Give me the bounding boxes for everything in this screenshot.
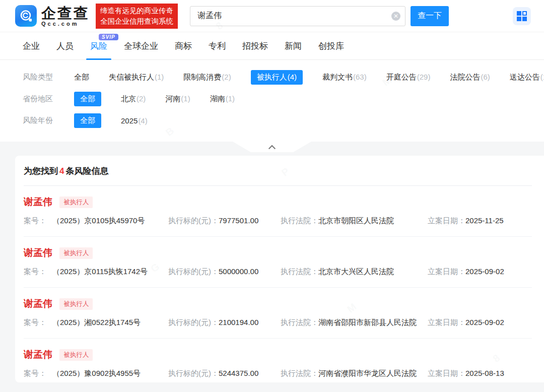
date-value: 2025-11-25 (465, 216, 504, 225)
filter-option-all[interactable]: 全部 (74, 73, 89, 82)
date-label: 立案日期： (428, 216, 465, 225)
results-count: 4 (58, 166, 65, 176)
filter-option-hunan[interactable]: 湖南(1) (210, 94, 235, 104)
tab-risk[interactable]: 风险 SVIP (90, 32, 107, 60)
tab-patent[interactable]: 专利 (209, 32, 226, 60)
amount-label: 执行标的(元)： (168, 216, 219, 225)
filter-option-shixin[interactable]: 失信被执行人(1) (109, 73, 164, 82)
court-value: 湖南省邵阳市新邵县人民法院 (318, 318, 417, 326)
status-badge: 被执行人 (59, 298, 93, 310)
court-value: 北京市朝阳区人民法院 (318, 216, 394, 225)
result-row: 谢孟伟 被执行人 案号：（2025）京0115执恢1742号 执行标的(元)：5… (24, 237, 532, 288)
filter-option-beijing[interactable]: 北京(2) (121, 94, 146, 104)
amount-label: 执行标的(元)： (168, 369, 219, 377)
court-value: 北京市大兴区人民法院 (318, 267, 394, 276)
slogan-line-1: 缔造有远见的商业传奇 (100, 6, 173, 16)
court-label: 执行法院： (281, 369, 318, 377)
qcc-logo-icon (15, 5, 37, 27)
tab-risk-label: 风险 (90, 40, 107, 52)
tab-people[interactable]: 人员 (56, 32, 74, 60)
result-fields: 案号：（2025）京0105执45970号 执行标的(元)：7977501.00… (24, 216, 532, 226)
tab-company[interactable]: 企业 (23, 32, 40, 60)
status-badge: 被执行人 (59, 247, 93, 259)
court-label: 执行法院： (281, 216, 318, 225)
date-value: 2025-09-02 (465, 267, 504, 276)
result-fields: 案号：（2025）豫0902执4955号 执行标的(元)：5244375.00 … (24, 369, 532, 378)
result-row: 谢孟伟 被执行人 案号：（2025）京0105执45970号 执行标的(元)：7… (24, 186, 532, 237)
person-name-link[interactable]: 谢孟伟 (24, 298, 52, 309)
header: 企查查 Qcc.com 缔造有远见的商业传奇 全国企业信用查询系统 ✕ 查一下 (0, 0, 544, 32)
person-name-link[interactable]: 谢孟伟 (24, 247, 52, 258)
filter-row-province: 省份地区 全部 北京(2) 河南(1) 湖南(1) (23, 88, 544, 110)
case-no-value: （2025）湘0522执1745号 (52, 318, 141, 326)
filter-options: 全部 失信被执行人(1) 限制高消费(2) 被执行人(4) 裁判文书(63) 开… (74, 70, 544, 85)
tab-global-company[interactable]: 全球企业 (124, 32, 158, 60)
filter-options: 全部 2025(4) (74, 113, 148, 128)
filter-label-risk-type: 风险类型 (23, 73, 58, 82)
tab-bidding[interactable]: 招投标 (242, 32, 268, 60)
case-no-label: 案号： (24, 318, 46, 326)
tab-news[interactable]: 新闻 (285, 32, 302, 60)
search-button[interactable]: 查一下 (411, 6, 449, 26)
result-fields: 案号：（2025）湘0522执1745号 执行标的(元)：2100194.00 … (24, 318, 532, 328)
slogan-line-2: 全国企业信用查询系统 (100, 16, 173, 27)
case-no-label: 案号： (24, 369, 46, 377)
status-badge: 被执行人 (59, 349, 93, 361)
filter-option-zhixing-active[interactable]: 被执行人(4) (251, 70, 303, 85)
result-title: 谢孟伟 被执行人 (24, 297, 532, 310)
filter-option-kaiting[interactable]: 开庭公告(29) (386, 73, 431, 82)
date-label: 立案日期： (428, 267, 465, 276)
brand-domain: Qcc.com (41, 21, 90, 27)
tab-trademark[interactable]: 商标 (175, 32, 192, 60)
result-title: 谢孟伟 被执行人 (24, 348, 532, 361)
case-no-value: （2025）豫0902执4955号 (52, 369, 141, 377)
filter-label-province: 省份地区 (23, 94, 58, 104)
date-value: 2025-09-02 (465, 318, 504, 326)
person-name-link[interactable]: 谢孟伟 (24, 349, 52, 360)
filter-label-year: 风险年份 (23, 116, 58, 125)
amount-value: 2100194.00 (219, 318, 258, 326)
filter-option-caipan[interactable]: 裁判文书(63) (322, 73, 367, 82)
person-name-link[interactable]: 谢孟伟 (24, 197, 52, 207)
brand-text: 企查查 Qcc.com (41, 6, 90, 27)
main-nav: 企业 人员 风险 SVIP 全球企业 商标 专利 招投标 新闻 创投库 (0, 32, 544, 60)
status-badge: 被执行人 (59, 197, 93, 208)
filter-option-xiangao[interactable]: 限制高消费(2) (183, 73, 231, 82)
filter-option-henan[interactable]: 河南(1) (165, 94, 190, 104)
svip-badge: SVIP (99, 34, 118, 40)
clear-search-icon[interactable]: ✕ (391, 12, 400, 21)
case-no-label: 案号： (24, 216, 46, 225)
date-label: 立案日期： (428, 369, 465, 377)
chevron-up-icon (268, 145, 276, 152)
filter-option-all-active[interactable]: 全部 (74, 92, 101, 106)
search-bar: ✕ 查一下 (190, 6, 449, 26)
amount-value: 5000000.00 (219, 267, 258, 276)
amount-value: 5244375.00 (219, 369, 258, 377)
amount-label: 执行标的(元)： (168, 318, 219, 326)
filter-option-all-active[interactable]: 全部 (74, 113, 101, 128)
search-input[interactable] (190, 6, 405, 26)
date-value: 2025-08-13 (465, 369, 504, 377)
tab-vc-library[interactable]: 创投库 (318, 32, 344, 60)
court-label: 执行法院： (281, 318, 318, 326)
filter-option-songda[interactable]: 送达公告(1) (510, 73, 544, 82)
result-title: 谢孟伟 被执行人 (24, 246, 532, 259)
qcc-logo[interactable]: 企查查 Qcc.com (15, 5, 90, 27)
results-summary: 为您找到4条风险信息 (24, 156, 532, 186)
filter-option-2025[interactable]: 2025(4) (121, 116, 148, 125)
apps-menu-button[interactable] (513, 7, 531, 25)
case-no-value: （2025）京0115执恢1742号 (52, 267, 148, 276)
filter-panel: 风险类型 全部 失信被执行人(1) 限制高消费(2) 被执行人(4) 裁判文书(… (0, 60, 544, 142)
filter-options: 全部 北京(2) 河南(1) 湖南(1) (74, 92, 235, 106)
result-row: 谢孟伟 被执行人 案号：（2025）湘0522执1745号 执行标的(元)：21… (24, 288, 532, 339)
filter-row-year: 风险年份 全部 2025(4) (23, 110, 544, 132)
result-title: 谢孟伟 被执行人 (24, 195, 532, 209)
date-label: 立案日期： (428, 318, 465, 326)
court-label: 执行法院： (281, 267, 318, 276)
case-no-label: 案号： (24, 267, 46, 276)
filter-option-fayuan[interactable]: 法院公告(6) (450, 73, 490, 82)
case-no-value: （2025）京0105执45970号 (52, 216, 145, 225)
collapse-filters-button[interactable] (233, 142, 311, 152)
result-fields: 案号：（2025）京0115执恢1742号 执行标的(元)：5000000.00… (24, 267, 532, 277)
slogan-banner: 缔造有远见的商业传奇 全国企业信用查询系统 (96, 4, 178, 29)
